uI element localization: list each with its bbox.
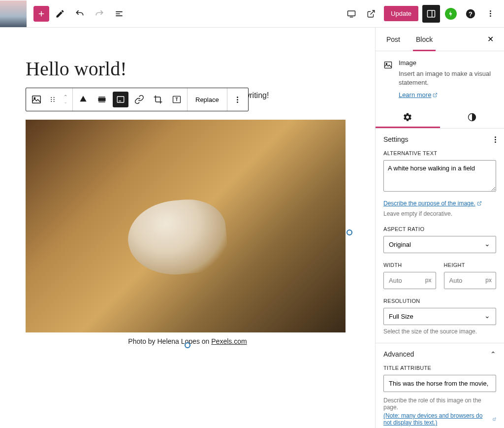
external-icon [493, 417, 496, 422]
svg-point-5 [34, 98, 35, 99]
more-icon [490, 10, 491, 17]
describe-purpose-link[interactable]: Describe the purpose of the image. [383, 200, 482, 207]
sidebar-tabs: Post Block ✕ [376, 28, 504, 51]
inspector-subtabs [376, 106, 504, 129]
gear-icon [403, 112, 412, 122]
svg-text:?: ? [469, 10, 472, 17]
learn-more-link[interactable]: Learn more [399, 91, 438, 99]
svg-rect-0 [348, 11, 355, 16]
svg-rect-13 [117, 97, 124, 102]
text-overlay-button[interactable] [167, 88, 186, 111]
svg-point-8 [51, 101, 52, 102]
svg-point-10 [54, 99, 55, 100]
height-unit: px [481, 272, 496, 289]
image-content[interactable] [26, 120, 346, 332]
resolution-select[interactable]: Full Size [383, 308, 496, 325]
advanced-panel-head[interactable]: Advanced ⌃ [376, 343, 504, 365]
svg-point-9 [54, 97, 55, 98]
subtab-settings[interactable] [376, 106, 440, 128]
block-toolbar: ⌃⌄ Replace [26, 88, 249, 111]
svg-point-6 [51, 97, 52, 98]
crop-button[interactable] [149, 88, 167, 111]
width-label: WIDTH [383, 262, 436, 268]
top-toolbar: Update ? [0, 0, 504, 28]
align-wide-button[interactable] [93, 88, 111, 111]
view-button[interactable] [343, 5, 360, 23]
close-sidebar-button[interactable]: ✕ [484, 33, 496, 45]
caption-button[interactable] [113, 92, 128, 107]
styles-icon [467, 112, 477, 122]
svg-point-11 [54, 101, 55, 102]
svg-rect-4 [32, 96, 41, 103]
block-name: Image [399, 59, 496, 66]
width-unit: px [421, 272, 436, 289]
edit-mode-button[interactable] [51, 5, 69, 23]
svg-rect-12 [98, 99, 105, 101]
tab-block[interactable]: Block [413, 28, 436, 51]
resolution-help: Select the size of the source image. [383, 328, 496, 335]
svg-point-7 [51, 99, 52, 100]
external-icon [477, 201, 482, 206]
aspect-ratio-select[interactable]: Original [383, 236, 496, 253]
settings-panel-toggle[interactable] [422, 5, 440, 23]
caption-link[interactable]: Pexels.com [211, 337, 247, 345]
redo-button [91, 5, 108, 23]
alt-text-input[interactable]: A white horse walking in a field [383, 160, 496, 192]
align-button[interactable] [74, 88, 93, 111]
tab-post[interactable]: Post [383, 28, 403, 51]
more-icon [237, 97, 238, 103]
settings-sidebar: Post Block ✕ Image Insert an image to ma… [375, 28, 504, 428]
height-input[interactable] [444, 272, 482, 289]
height-label: HEIGHT [444, 262, 497, 268]
svg-rect-1 [428, 10, 435, 17]
jetpack-button[interactable] [442, 5, 460, 23]
title-attr-note-link[interactable]: (Note: many devices and browsers do not … [383, 412, 496, 426]
block-more-button[interactable] [228, 88, 247, 111]
undo-button[interactable] [71, 5, 89, 23]
title-attr-input[interactable] [383, 375, 496, 392]
document-overview-button[interactable] [110, 5, 128, 23]
svg-point-16 [386, 63, 387, 64]
chevron-up-icon: ⌃ [490, 350, 496, 358]
block-description: Insert an image to make a visual stateme… [399, 69, 496, 87]
settings-panel-head[interactable]: Settings [376, 129, 504, 150]
width-input[interactable] [384, 272, 421, 289]
replace-button[interactable]: Replace [189, 88, 226, 111]
alt-text-label: ALTERNATIVE TEXT [383, 150, 496, 156]
site-icon[interactable] [0, 0, 27, 27]
post-title[interactable]: Hello world! [26, 57, 349, 80]
image-block[interactable]: Photo by Helena Lopes on Pexels.com [26, 120, 349, 345]
update-button[interactable]: Update [384, 6, 418, 21]
jetpack-icon [445, 8, 457, 20]
block-info: Image Insert an image to make a visual s… [376, 51, 504, 106]
image-icon [383, 59, 393, 71]
block-type-button[interactable] [27, 88, 46, 111]
preview-external-button[interactable] [362, 5, 380, 23]
resize-handle-right[interactable] [346, 230, 352, 235]
drag-handle[interactable] [46, 88, 60, 111]
external-icon [433, 93, 438, 98]
move-arrows[interactable]: ⌃⌄ [60, 95, 71, 104]
svg-rect-15 [384, 62, 391, 68]
add-block-button[interactable] [33, 6, 49, 22]
title-attr-label: TITLE ATTRIBUTE [383, 365, 496, 371]
help-button[interactable]: ? [462, 5, 479, 23]
aspect-ratio-label: ASPECT RATIO [383, 226, 496, 232]
link-button[interactable] [130, 88, 149, 111]
resize-handle-bottom[interactable] [185, 342, 190, 348]
alt-text-help: Leave empty if decorative. [383, 210, 496, 217]
subtab-styles[interactable] [440, 106, 504, 128]
resolution-label: RESOLUTION [383, 298, 496, 304]
more-options-button[interactable] [481, 5, 499, 23]
panel-more-icon[interactable] [495, 136, 496, 143]
title-attr-help: Describe the role of this image on the p… [383, 397, 496, 411]
